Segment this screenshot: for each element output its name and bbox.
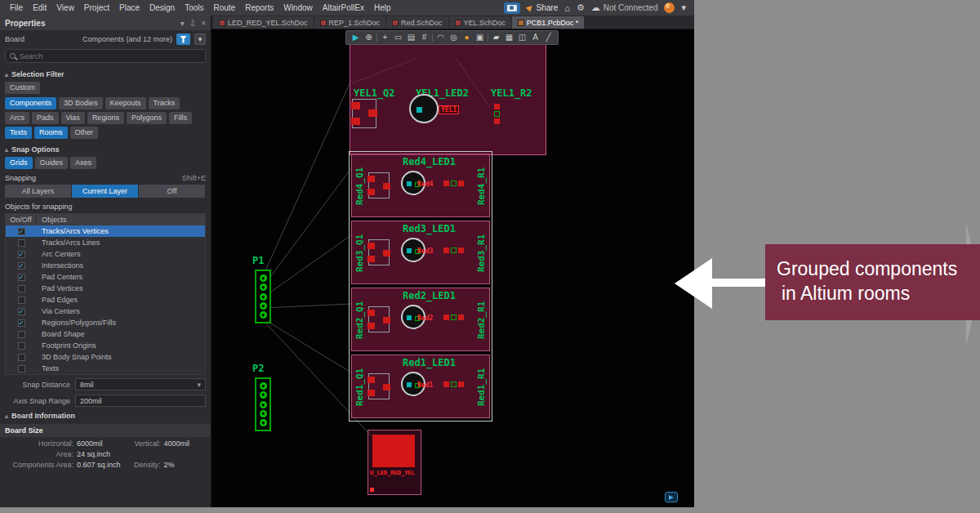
- scope-selector[interactable]: Components (and 12 more): [82, 35, 172, 43]
- menu-item-place[interactable]: Place: [114, 3, 145, 12]
- checkbox-icon[interactable]: [18, 274, 25, 281]
- checkbox-icon[interactable]: [18, 262, 25, 270]
- transistor-footprint[interactable]: [368, 172, 390, 199]
- menu-item-window[interactable]: Window: [278, 3, 318, 12]
- layer-mode-off[interactable]: Off: [139, 185, 205, 198]
- tab-yel-schdoc[interactable]: YEL.SchDoc: [449, 16, 511, 29]
- pcb-canvas[interactable]: YEL1_Q2 YEL1_LED2 YEL1_R2 YEL1: [212, 29, 694, 507]
- checkbox-icon[interactable]: [18, 228, 25, 235]
- filter-texts[interactable]: Texts: [5, 127, 32, 139]
- layers-icon[interactable]: ▤: [406, 31, 416, 44]
- via-icon[interactable]: ◎: [448, 31, 459, 44]
- snap-icon[interactable]: ⊕: [363, 31, 374, 44]
- gear-icon[interactable]: ⚙: [577, 2, 585, 13]
- polygon-icon[interactable]: ▰: [491, 31, 501, 44]
- snap-object-row[interactable]: Board Shape: [6, 328, 205, 340]
- menu-item-edit[interactable]: Edit: [28, 3, 51, 12]
- snap-object-row[interactable]: Pad Vertices: [6, 283, 205, 294]
- checkbox-icon[interactable]: [18, 365, 25, 372]
- snap-object-row[interactable]: Footprint Origins: [6, 340, 205, 351]
- pcb-room-red4[interactable]: Red4_LED1 Red4_Q1 Red4_R1 Red4: [351, 154, 490, 217]
- filter-3d-bodies[interactable]: 3D Bodies: [59, 97, 103, 109]
- home-icon[interactable]: ⌂: [564, 3, 570, 13]
- menu-item-tools[interactable]: Tools: [180, 3, 208, 12]
- filter-other[interactable]: Other: [70, 127, 99, 139]
- snap-guides-button[interactable]: Guides: [35, 157, 69, 169]
- filter-vias[interactable]: Vias: [61, 112, 85, 124]
- share-button[interactable]: Share: [527, 3, 559, 12]
- menu-item-altairpollex[interactable]: AltairPollEx: [318, 3, 369, 12]
- move-icon[interactable]: +: [380, 31, 390, 44]
- camera-icon[interactable]: [504, 2, 520, 14]
- snap-object-row[interactable]: Arc Centers: [6, 248, 205, 260]
- menu-item-project[interactable]: Project: [79, 3, 114, 12]
- line-icon[interactable]: ╱: [543, 31, 554, 44]
- checkbox-icon[interactable]: [18, 354, 25, 361]
- snap-object-row[interactable]: Tracks/Arcs Vertices: [6, 225, 205, 237]
- filter-polygons[interactable]: Polygons: [127, 112, 167, 124]
- region-select-icon[interactable]: ▭: [393, 31, 403, 44]
- column-objects[interactable]: Objects: [37, 216, 67, 224]
- panel-icon[interactable]: ◫: [517, 31, 528, 44]
- panel-menu-icon[interactable]: ▾: [180, 19, 185, 28]
- transistor-footprint[interactable]: [352, 99, 376, 128]
- layer-mode-current[interactable]: Current Layer: [72, 185, 138, 198]
- snap-object-row[interactable]: 3D Body Snap Points: [6, 351, 205, 363]
- filter-tracks[interactable]: Tracks: [149, 97, 180, 109]
- filter-fills[interactable]: Fills: [169, 112, 192, 124]
- checkbox-icon[interactable]: [18, 251, 25, 258]
- menu-item-file[interactable]: File: [5, 3, 28, 12]
- panel-close-icon[interactable]: ×: [201, 19, 206, 28]
- menu-item-reports[interactable]: Reports: [240, 3, 278, 12]
- filter-custom-button[interactable]: Custom: [5, 82, 40, 94]
- snap-axes-button[interactable]: Axes: [70, 157, 96, 169]
- snap-object-row[interactable]: Pad Centers: [6, 271, 205, 283]
- checkbox-icon[interactable]: [18, 342, 25, 350]
- led-footprint[interactable]: Red4: [401, 171, 425, 195]
- menu-item-route[interactable]: Route: [209, 3, 241, 12]
- search-input[interactable]: [20, 52, 201, 60]
- checkbox-icon[interactable]: [18, 331, 25, 338]
- transistor-footprint[interactable]: [368, 239, 390, 265]
- checkbox-icon[interactable]: [18, 285, 25, 292]
- transistor-footprint[interactable]: [368, 373, 390, 399]
- tab-pcb1-pcbdoc[interactable]: PCB1.PcbDoc *: [512, 16, 585, 29]
- menu-item-design[interactable]: Design: [145, 3, 180, 12]
- tab-led-red-yel-schdoc[interactable]: LED_RED_YEL.SchDoc: [213, 16, 314, 29]
- checkbox-icon[interactable]: [18, 239, 25, 247]
- snap-object-row[interactable]: Pad Edges: [6, 294, 205, 306]
- snap-object-row[interactable]: Texts: [6, 363, 205, 374]
- led-footprint[interactable]: Red1: [401, 372, 425, 396]
- layer-mode-all[interactable]: All Layers: [5, 185, 71, 198]
- pcb-room-red3[interactable]: Red3_LED1 Red3_Q1 Red3_R1 Red3: [351, 221, 490, 284]
- tab-red-schdoc[interactable]: Red.SchDoc: [386, 16, 448, 29]
- filter-pads[interactable]: Pads: [32, 112, 59, 124]
- resistor-footprint[interactable]: [443, 248, 464, 253]
- filter-regions[interactable]: Regions: [87, 112, 124, 124]
- led-footprint[interactable]: YEL1: [409, 94, 439, 123]
- led-footprint[interactable]: Red3: [401, 238, 425, 262]
- axis-snap-range-input[interactable]: 200mil: [75, 395, 206, 407]
- section-snap-options[interactable]: ▴ Snap Options: [0, 141, 211, 156]
- pcb-room-red2[interactable]: Red2_LED1 Red2_Q1 Red2_R1 Red2: [351, 288, 490, 351]
- fill-icon[interactable]: ▣: [474, 31, 485, 44]
- user-avatar[interactable]: [664, 2, 675, 13]
- cursor-icon[interactable]: ▶: [350, 31, 361, 44]
- collaborate-icon[interactable]: [665, 492, 678, 502]
- search-box[interactable]: [5, 49, 206, 63]
- pcb-room-yel[interactable]: YEL1_Q2 YEL1_LED2 YEL1_R2 YEL1: [350, 41, 546, 155]
- snap-object-row[interactable]: Via Centers: [6, 306, 205, 317]
- checkbox-icon[interactable]: [18, 308, 25, 315]
- resistor-footprint[interactable]: [494, 104, 500, 124]
- column-onoff[interactable]: On/Off: [6, 216, 37, 224]
- room-icon[interactable]: ▦: [504, 31, 514, 44]
- snap-grids-button[interactable]: Grids: [5, 157, 33, 169]
- filter-funnel-icon[interactable]: [176, 33, 190, 45]
- u-led-footprint[interactable]: [372, 435, 415, 467]
- scope-caret-icon[interactable]: ▾: [194, 33, 206, 45]
- checkbox-icon[interactable]: [18, 297, 25, 304]
- pcb-room-u-led-red-yel[interactable]: U_LED_RED_YEL: [368, 430, 421, 495]
- pad-icon[interactable]: ●: [461, 31, 472, 44]
- text-icon[interactable]: A: [530, 31, 541, 44]
- menu-item-view[interactable]: View: [51, 3, 79, 12]
